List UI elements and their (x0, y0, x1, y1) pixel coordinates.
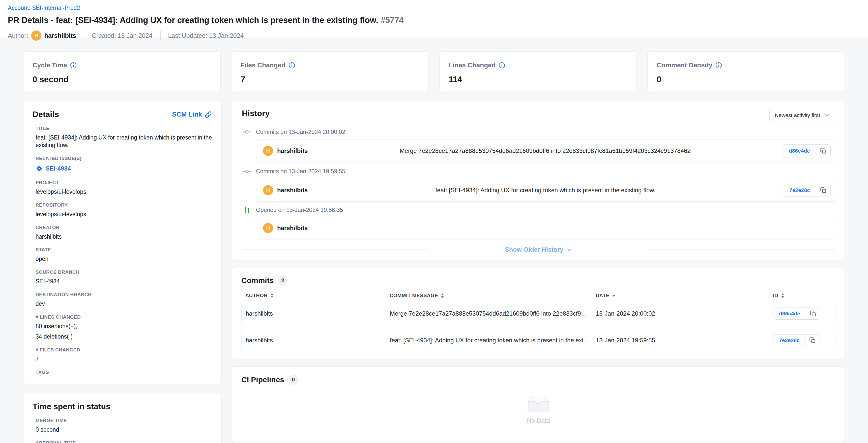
history-sort-dropdown[interactable]: Newest activity first (769, 109, 835, 122)
git-commit-icon (242, 127, 252, 137)
cell-commit-message: Merge 7e2e28ce17a27a888e530754dd6ad21609… (390, 310, 596, 317)
sort-desc-icon (612, 294, 616, 297)
show-older-history-button[interactable]: Show Older History (505, 246, 572, 253)
time-in-status-panel: Time spent in status MERGE TIME 0 second… (23, 393, 221, 443)
right-column: History Newest activity first Commits on… (232, 101, 845, 442)
commits-table-header: AUTHOR COMMIT MESSAGE DATE ID (241, 293, 835, 298)
field-value: levelops/ui-levelops (36, 211, 212, 218)
history-panel: History Newest activity first Commits on… (232, 101, 845, 260)
metric-value: 7 (241, 75, 420, 84)
column-header-date[interactable]: DATE (596, 293, 773, 298)
scm-link-label: SCM Link (172, 111, 202, 118)
updated-value: 13 Jan 2024 (209, 32, 244, 39)
sort-icon (781, 293, 784, 298)
metric-label: Cycle Time (33, 61, 67, 69)
field-label: REPOSITORY (36, 202, 212, 208)
field-label: STATE (36, 247, 212, 253)
timeline-event-label: Commits on 13-Jan-2024 20:00:02 (256, 129, 345, 136)
field-label: DESTINATION BRANCH (36, 292, 212, 297)
history-heading: History (242, 109, 270, 118)
metric-cards-row: Cycle Time 0 second Files Changed 7 Line… (23, 52, 845, 92)
copy-icon[interactable] (816, 184, 830, 197)
field-value: 80 insertions(+), (36, 323, 212, 330)
chevron-down-icon (566, 247, 572, 253)
divider (84, 31, 84, 40)
divider (242, 249, 429, 250)
link-icon (205, 111, 212, 118)
field-value: feat: [SEI-4934]: Adding UX for creating… (36, 134, 212, 149)
timeline-event-label: Opened on 13-Jan-2024 19:58:35 (256, 207, 343, 213)
field-merge-time: MERGE TIME 0 second (33, 418, 212, 434)
info-icon[interactable] (499, 62, 505, 69)
pr-number: #5774 (381, 16, 404, 25)
divider (160, 31, 161, 40)
empty-state: No Data (241, 385, 835, 434)
field-value: levelops/ui-levelops (36, 188, 212, 196)
field-label: # LINES CHANGED (36, 314, 212, 320)
copy-icon[interactable] (816, 145, 830, 157)
author-avatar: H (31, 31, 41, 40)
field-label: TITLE (36, 126, 212, 131)
metric-label: Files Changed (241, 61, 285, 69)
commit-id-link[interactable]: 7e2e28c (783, 184, 816, 197)
commits-heading: Commits (241, 276, 274, 285)
cell-date: 13-Jan-2024 19:59:55 (596, 337, 773, 344)
commit-message: Merge 7e2e28ce17a27a888e530754dd6ad21609… (308, 147, 782, 154)
field-value: open (36, 255, 212, 263)
commit-author-name: harshilbits (277, 225, 308, 232)
commit-id-link[interactable]: d86c4de (773, 308, 806, 319)
metric-card-cycle-time: Cycle Time 0 second (23, 52, 221, 92)
copy-icon[interactable] (805, 334, 819, 346)
field-value: 34 deletions(-) (36, 333, 212, 341)
issue-diamond-icon (36, 165, 43, 172)
details-panel: Details SCM Link TITLE feat: [SEI-4934]:… (23, 101, 221, 384)
commit-id-link[interactable]: d86c4de (783, 145, 816, 157)
author-name: harshilbits (44, 32, 76, 39)
pr-opened-icon (242, 206, 252, 214)
pr-title-text: PR Details - feat: [SEI-4934]: Adding UX… (8, 16, 378, 25)
ci-pipelines-panel: CI Pipelines 0 No Data (232, 366, 845, 442)
info-icon[interactable] (288, 62, 295, 69)
table-row: harshilbits feat: [SEI-4934]: Adding UX … (241, 329, 835, 352)
column-header-author[interactable]: AUTHOR (245, 293, 390, 298)
field-label: PROJECT (36, 180, 212, 185)
field-label: MERGE TIME (36, 418, 212, 423)
git-commit-icon (242, 167, 252, 176)
created-value: 13 Jan 2024 (118, 32, 153, 39)
field-related-issues: RELATED ISSUE(S) SEI-4934 (33, 156, 212, 173)
field-tags: TAGS (33, 370, 212, 375)
commit-author-avatar: H (263, 185, 273, 195)
info-icon[interactable] (715, 62, 722, 69)
metric-label: Lines Changed (448, 61, 496, 69)
page-header: Account: SEI-Internal-Prod2 PR Details -… (0, 0, 868, 37)
field-lines-changed: # LINES CHANGED 80 insertions(+), 34 del… (33, 314, 212, 341)
time-in-status-heading: Time spent in status (33, 402, 212, 411)
scm-link[interactable]: SCM Link (172, 111, 212, 118)
account-breadcrumb-link[interactable]: Account: SEI-Internal-Prod2 (8, 4, 80, 11)
ci-pipelines-count-badge: 0 (288, 375, 298, 385)
commit-id-link[interactable]: 7e2e28c (773, 334, 805, 346)
related-issue-link[interactable]: SEI-4934 (36, 165, 71, 172)
chevron-down-icon (824, 113, 830, 118)
table-row: harshilbits Merge 7e2e28ce17a27a888e5307… (241, 302, 835, 325)
history-timeline: Commits on 13-Jan-2024 20:00:02 H harshi… (242, 127, 835, 253)
sort-dropdown-value: Newest activity first (775, 112, 820, 118)
field-repository: REPOSITORY levelops/ui-levelops (33, 202, 212, 218)
column-header-commit-message[interactable]: COMMIT MESSAGE (390, 293, 596, 298)
metric-value: 0 (657, 75, 835, 84)
commit-author-name: harshilbits (277, 187, 308, 194)
left-column: Details SCM Link TITLE feat: [SEI-4934]:… (23, 101, 221, 443)
updated-label: Last Updated: (168, 32, 208, 39)
cell-author: harshilbits (246, 310, 390, 317)
field-label: RELATED ISSUE(S) (36, 156, 212, 161)
commits-panel: Commits 2 AUTHOR COMMIT MESSAGE DATE (232, 267, 845, 359)
info-icon[interactable] (70, 62, 77, 69)
field-label: # FILES CHANGED (36, 347, 212, 353)
page-title: PR Details - feat: [SEI-4934]: Adding UX… (8, 16, 858, 25)
field-title: TITLE feat: [SEI-4934]: Adding UX for cr… (33, 126, 212, 149)
cell-author: harshilbits (246, 337, 390, 344)
copy-icon[interactable] (806, 308, 820, 319)
field-approval-time: APPROVAL TIME 0 second (33, 440, 212, 443)
commit-author-avatar: H (263, 146, 273, 156)
column-header-id[interactable]: ID (773, 293, 831, 298)
